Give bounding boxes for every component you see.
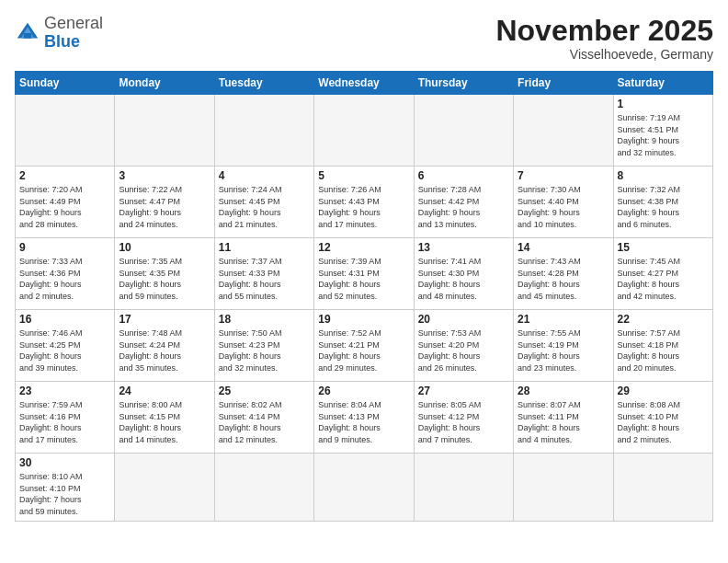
calendar-cell: 20Sunrise: 7:53 AM Sunset: 4:20 PM Dayli… [414,310,513,382]
calendar-cell: 22Sunrise: 7:57 AM Sunset: 4:18 PM Dayli… [613,310,712,382]
calendar-cell: 5Sunrise: 7:26 AM Sunset: 4:43 PM Daylig… [314,167,414,238]
calendar-cell: 17Sunrise: 7:48 AM Sunset: 4:24 PM Dayli… [115,310,214,382]
day-info: Sunrise: 7:46 AM Sunset: 4:25 PM Dayligh… [19,327,110,373]
day-number: 5 [318,169,409,182]
day-number: 13 [418,241,509,254]
day-info: Sunrise: 7:50 AM Sunset: 4:23 PM Dayligh… [219,327,310,373]
calendar-cell: 2Sunrise: 7:20 AM Sunset: 4:49 PM Daylig… [16,167,115,238]
header-friday: Friday [514,72,613,95]
day-number: 27 [418,385,509,397]
calendar-cell: 15Sunrise: 7:45 AM Sunset: 4:27 PM Dayli… [613,238,712,310]
calendar-cell: 6Sunrise: 7:28 AM Sunset: 4:42 PM Daylig… [414,167,513,238]
day-info: Sunrise: 7:22 AM Sunset: 4:47 PM Dayligh… [119,184,210,230]
day-info: Sunrise: 8:05 AM Sunset: 4:12 PM Dayligh… [418,399,509,445]
day-number: 25 [219,385,310,397]
day-number: 4 [219,169,310,182]
day-number: 17 [119,313,210,326]
day-info: Sunrise: 7:26 AM Sunset: 4:43 PM Dayligh… [318,184,409,230]
day-number: 14 [518,241,609,254]
calendar-cell: 28Sunrise: 8:07 AM Sunset: 4:11 PM Dayli… [514,382,613,454]
day-info: Sunrise: 7:52 AM Sunset: 4:21 PM Dayligh… [318,327,409,373]
calendar-week-row: 23Sunrise: 7:59 AM Sunset: 4:16 PM Dayli… [16,382,713,454]
day-number: 19 [318,313,409,326]
calendar-cell: 26Sunrise: 8:04 AM Sunset: 4:13 PM Dayli… [314,382,414,454]
header: General Blue November 2025 Visselhoevede… [15,15,713,62]
calendar-cell: 1Sunrise: 7:19 AM Sunset: 4:51 PM Daylig… [613,95,712,167]
calendar-cell: 4Sunrise: 7:24 AM Sunset: 4:45 PM Daylig… [214,167,313,238]
calendar-cell [115,454,214,521]
day-info: Sunrise: 7:59 AM Sunset: 4:16 PM Dayligh… [19,399,110,445]
day-info: Sunrise: 7:48 AM Sunset: 4:24 PM Dayligh… [119,327,210,373]
calendar-cell: 11Sunrise: 7:37 AM Sunset: 4:33 PM Dayli… [214,238,313,310]
calendar-cell [314,454,414,521]
day-number: 6 [418,169,509,182]
calendar-cell [414,454,513,521]
day-number: 1 [618,98,709,110]
calendar-cell: 25Sunrise: 8:02 AM Sunset: 4:14 PM Dayli… [214,382,313,454]
day-info: Sunrise: 7:41 AM Sunset: 4:30 PM Dayligh… [418,256,509,302]
day-info: Sunrise: 7:33 AM Sunset: 4:36 PM Dayligh… [19,256,110,302]
day-info: Sunrise: 8:08 AM Sunset: 4:10 PM Dayligh… [618,399,709,445]
calendar-cell: 24Sunrise: 8:00 AM Sunset: 4:15 PM Dayli… [115,382,214,454]
day-number: 22 [618,313,709,326]
logo-general-text: General [44,14,103,32]
day-info: Sunrise: 7:43 AM Sunset: 4:28 PM Dayligh… [518,256,609,302]
month-title: November 2025 [495,15,713,47]
calendar-cell: 18Sunrise: 7:50 AM Sunset: 4:23 PM Dayli… [214,310,313,382]
day-number: 18 [219,313,310,326]
header-sunday: Sunday [16,72,115,95]
day-info: Sunrise: 8:00 AM Sunset: 4:15 PM Dayligh… [119,399,210,445]
day-info: Sunrise: 8:10 AM Sunset: 4:10 PM Dayligh… [19,471,110,517]
calendar-cell: 29Sunrise: 8:08 AM Sunset: 4:10 PM Dayli… [613,382,712,454]
day-number: 15 [618,241,709,254]
day-info: Sunrise: 7:19 AM Sunset: 4:51 PM Dayligh… [618,112,709,158]
calendar-cell [613,454,712,521]
day-number: 7 [518,169,609,182]
calendar-week-row: 1Sunrise: 7:19 AM Sunset: 4:51 PM Daylig… [16,95,713,167]
header-thursday: Thursday [414,72,513,95]
day-info: Sunrise: 7:55 AM Sunset: 4:19 PM Dayligh… [518,327,609,373]
svg-rect-2 [24,33,31,39]
calendar: Sunday Monday Tuesday Wednesday Thursday… [15,71,713,521]
logo-blue-text: Blue [44,32,80,51]
day-number: 30 [19,456,110,469]
weekday-header-row: Sunday Monday Tuesday Wednesday Thursday… [16,72,713,95]
header-saturday: Saturday [613,72,712,95]
calendar-cell [214,95,313,167]
day-number: 20 [418,313,509,326]
day-number: 21 [518,313,609,326]
calendar-week-row: 16Sunrise: 7:46 AM Sunset: 4:25 PM Dayli… [16,310,713,382]
day-info: Sunrise: 7:32 AM Sunset: 4:38 PM Dayligh… [618,184,709,230]
day-number: 3 [119,169,210,182]
calendar-week-row: 9Sunrise: 7:33 AM Sunset: 4:36 PM Daylig… [16,238,713,310]
calendar-cell: 14Sunrise: 7:43 AM Sunset: 4:28 PM Dayli… [514,238,613,310]
calendar-cell [214,454,313,521]
calendar-cell: 3Sunrise: 7:22 AM Sunset: 4:47 PM Daylig… [115,167,214,238]
day-number: 16 [19,313,110,326]
calendar-cell: 23Sunrise: 7:59 AM Sunset: 4:16 PM Dayli… [16,382,115,454]
day-info: Sunrise: 7:37 AM Sunset: 4:33 PM Dayligh… [219,256,310,302]
calendar-cell: 12Sunrise: 7:39 AM Sunset: 4:31 PM Dayli… [314,238,414,310]
day-number: 10 [119,241,210,254]
calendar-cell: 30Sunrise: 8:10 AM Sunset: 4:10 PM Dayli… [16,454,115,521]
day-info: Sunrise: 8:07 AM Sunset: 4:11 PM Dayligh… [518,399,609,445]
calendar-cell [514,95,613,167]
day-number: 23 [19,385,110,397]
day-info: Sunrise: 7:35 AM Sunset: 4:35 PM Dayligh… [119,256,210,302]
logo-icon [15,20,40,46]
day-info: Sunrise: 7:45 AM Sunset: 4:27 PM Dayligh… [618,256,709,302]
logo-text: General Blue [44,15,103,52]
calendar-cell [314,95,414,167]
day-info: Sunrise: 7:57 AM Sunset: 4:18 PM Dayligh… [618,327,709,373]
day-info: Sunrise: 8:02 AM Sunset: 4:14 PM Dayligh… [219,399,310,445]
day-info: Sunrise: 7:28 AM Sunset: 4:42 PM Dayligh… [418,184,509,230]
calendar-cell: 7Sunrise: 7:30 AM Sunset: 4:40 PM Daylig… [514,167,613,238]
day-info: Sunrise: 7:24 AM Sunset: 4:45 PM Dayligh… [219,184,310,230]
calendar-cell [414,95,513,167]
calendar-cell: 8Sunrise: 7:32 AM Sunset: 4:38 PM Daylig… [613,167,712,238]
day-info: Sunrise: 8:04 AM Sunset: 4:13 PM Dayligh… [318,399,409,445]
calendar-cell [115,95,214,167]
day-info: Sunrise: 7:53 AM Sunset: 4:20 PM Dayligh… [418,327,509,373]
header-wednesday: Wednesday [314,72,414,95]
day-number: 26 [318,385,409,397]
